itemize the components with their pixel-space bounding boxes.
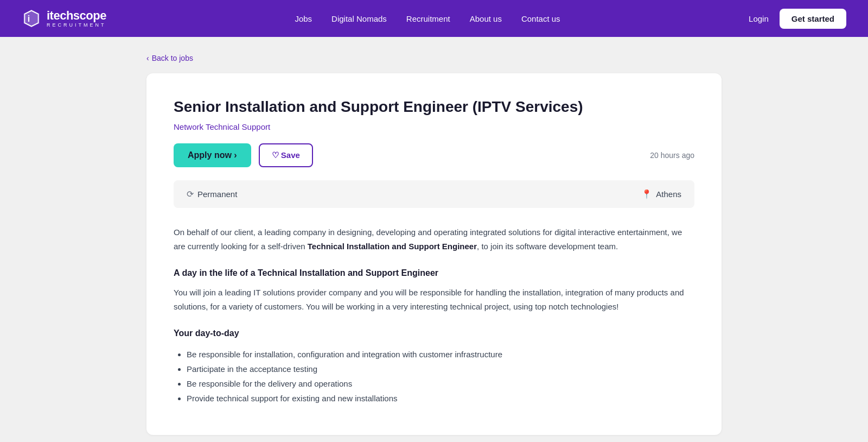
job-card: Senior Installation and Support Engineer…	[146, 73, 722, 435]
day-body: You will join a leading IT solutions pro…	[174, 286, 694, 313]
page-body: ‹ Back to jobs Senior Installation and S…	[136, 37, 732, 442]
location-icon: 📍	[641, 189, 652, 199]
save-button[interactable]: ♡ Save	[259, 143, 313, 167]
day-title: A day in the life of a Technical Install…	[174, 268, 694, 278]
svg-text:i: i	[28, 14, 30, 23]
svg-marker-0	[24, 10, 40, 27]
nav-digital-nomads[interactable]: Digital Nomads	[331, 14, 387, 23]
clock-icon: ⟳	[187, 189, 194, 199]
get-started-button[interactable]: Get started	[780, 9, 846, 29]
navbar-actions: Login Get started	[749, 9, 846, 29]
day-in-life-section: A day in the life of a Technical Install…	[174, 268, 694, 313]
back-link-label: Back to jobs	[152, 54, 193, 62]
meta-bar: ⟳ Permanent 📍 Athens	[174, 180, 694, 208]
job-location: 📍 Athens	[641, 189, 681, 199]
nav-contact-us[interactable]: Contact us	[521, 14, 560, 23]
job-description: On behalf of our client, a leading compa…	[174, 225, 694, 253]
navbar-links: Jobs Digital Nomads Recruitment About us…	[295, 14, 560, 23]
navbar: i itechscope recruitment Jobs Digital No…	[0, 0, 868, 37]
back-to-jobs-link[interactable]: ‹ Back to jobs	[146, 54, 193, 62]
logo-normal-text: itech	[47, 9, 73, 22]
logo-sub-text: recruitment	[47, 23, 106, 28]
time-ago: 20 hours ago	[650, 151, 694, 160]
job-type: ⟳ Permanent	[187, 189, 237, 199]
logo-icon: i	[22, 9, 41, 28]
chevron-left-icon: ‹	[146, 54, 149, 62]
login-link[interactable]: Login	[749, 14, 769, 23]
desc-end: , to join its software development team.	[477, 242, 618, 251]
daily-tasks-section: Your day-to-day Be responsible for insta…	[174, 329, 694, 406]
desc-bold: Technical Installation and Support Engin…	[308, 242, 477, 251]
daily-list: Be responsible for installation, configu…	[174, 347, 694, 406]
nav-recruitment[interactable]: Recruitment	[406, 14, 450, 23]
nav-jobs[interactable]: Jobs	[295, 14, 312, 23]
job-location-label: Athens	[656, 190, 681, 199]
job-title: Senior Installation and Support Engineer…	[174, 97, 694, 117]
job-actions-row: Apply now › ♡ Save 20 hours ago	[174, 143, 694, 167]
actions-left: Apply now › ♡ Save	[174, 143, 313, 167]
list-item: Participate in the acceptance testing	[187, 362, 694, 376]
list-item: Be responsible for installation, configu…	[187, 347, 694, 362]
list-item: Provide technical support for existing a…	[187, 391, 694, 406]
daily-title: Your day-to-day	[174, 329, 694, 338]
logo-text: itechscope recruitment	[47, 10, 106, 28]
job-type-label: Permanent	[197, 190, 237, 199]
job-subtitle: Network Technical Support	[174, 122, 694, 131]
apply-now-button[interactable]: Apply now ›	[174, 143, 251, 167]
list-item: Be responsible for the delivery and oper…	[187, 376, 694, 391]
logo-bold-text: scope	[73, 9, 106, 22]
logo[interactable]: i itechscope recruitment	[22, 9, 106, 28]
nav-about-us[interactable]: About us	[470, 14, 502, 23]
